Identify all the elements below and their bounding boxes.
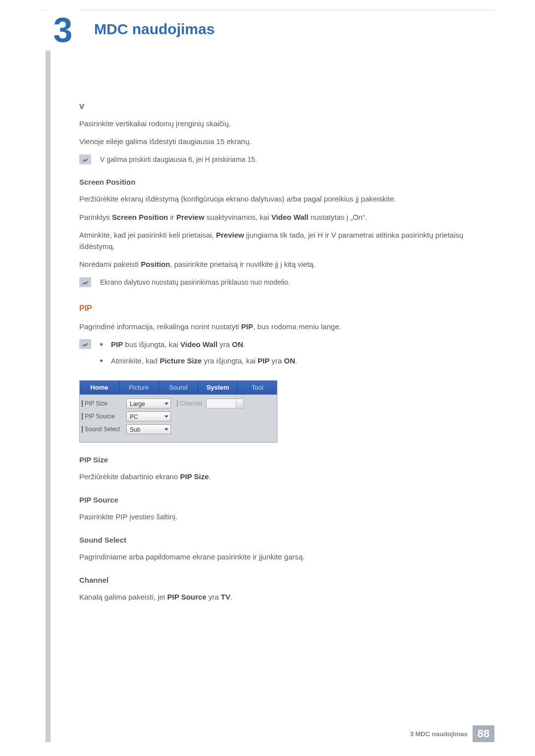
bold: Video Wall (271, 213, 309, 221)
text: Norėdami pakeisti (79, 260, 141, 268)
text: yra (207, 593, 221, 601)
page-footer: 3 MDC naudojimas 88 (410, 725, 494, 742)
text: Parinktys (79, 213, 112, 221)
text: Atminkite, kad jei pasirinkti keli priet… (79, 231, 216, 239)
text: Kanalą galima pakeisti, jei (79, 593, 167, 601)
app-tabs: Home Picture Sound System Tool (80, 381, 277, 395)
para-pip-intro: Pagrindinė informacija, reikalinga norin… (79, 321, 485, 333)
label-pip-size: PIP Size (83, 399, 126, 408)
list-item: PIP bus išjungta, kai Video Wall yra ON. (100, 339, 297, 351)
text: . (295, 356, 297, 365)
dropdown-pip-size[interactable]: Large (126, 399, 171, 408)
para-channel: Kanalą galima pakeisti, jei PIP Source y… (79, 592, 485, 603)
chapter-header: 3 MDC naudojimas (46, 10, 214, 50)
para-v-1: Pasirinkite vertikaliai rodomų įrenginių… (79, 118, 485, 130)
chapter-number: 3 (54, 13, 73, 48)
para-pip-size: Peržiūrėkite dabartinio ekrano PIP Size. (79, 471, 485, 483)
note-v-text: V galima priskirti daugiausia 6, jei H p… (100, 154, 257, 165)
note-pip: PIP bus išjungta, kai Video Wall yra ON.… (79, 339, 485, 371)
note-icon (79, 339, 91, 349)
bold: PIP Size (180, 472, 209, 481)
heading-channel: Channel (79, 575, 485, 586)
bold: PIP (111, 340, 123, 349)
text: . (209, 472, 211, 481)
bold: ON (232, 340, 243, 349)
label-channel: Channel (177, 399, 202, 408)
note-v: V galima priskirti daugiausia 6, jei H p… (79, 154, 485, 165)
text: yra išjungta, kai (202, 356, 258, 365)
footer-text: 3 MDC naudojimas (410, 730, 468, 738)
bold: PIP Source (167, 593, 207, 601)
chapter-number-box: 3 (46, 10, 80, 50)
para-sp-1: Peržiūrėkite ekranų išdėstymą (konfigūru… (79, 194, 485, 205)
text: nustatytas į „On“. (309, 213, 367, 221)
bold: PIP (258, 356, 269, 365)
dropdown-pip-source[interactable]: PC (126, 411, 171, 421)
tab-tool[interactable]: Tool (238, 381, 277, 395)
text: , bus rodoma meniu lange. (253, 322, 341, 331)
bold: Position (141, 260, 170, 268)
list-item: Atminkite, kad Picture Size yra išjungta… (100, 355, 297, 367)
text: , pasirinkite prietaisą ir nuvilkite jį … (170, 260, 315, 268)
tab-home[interactable]: Home (80, 381, 119, 395)
footer-page-number: 88 (473, 725, 494, 742)
heading-pip: PIP (79, 302, 485, 314)
app-body: PIP Size Large Channel PIP Source PC Sou… (80, 395, 277, 442)
tab-system[interactable]: System (198, 381, 238, 395)
note-icon (79, 154, 91, 164)
bold: Preview (216, 231, 244, 239)
text: Peržiūrėkite dabartinio ekrano (79, 472, 180, 481)
label-sound-select: Sound Select (83, 425, 126, 434)
note-icon (79, 277, 91, 287)
para-sound-select: Pagrindiniame arba papildomame ekrane pa… (79, 552, 485, 563)
heading-sound-select: Sound Select (79, 535, 485, 546)
bold: Preview (176, 213, 205, 221)
bold: Video Wall (180, 340, 217, 349)
bold: TV (221, 593, 230, 601)
text: Pagrindinė informacija, reikalinga norin… (79, 322, 241, 331)
text: . (230, 593, 232, 601)
text: ir (168, 213, 176, 221)
chapter-title: MDC naudojimas (94, 21, 214, 38)
tab-sound[interactable]: Sound (159, 381, 199, 395)
text: yra (217, 340, 232, 349)
page-side-stripe (46, 14, 51, 742)
note-sp-text: Ekrano dalytuvo nuostatų pasirinkimas pr… (100, 277, 290, 288)
spinner-channel[interactable] (206, 399, 244, 408)
para-v-2: Vienoje eilėje galima išdėstyti daugiaus… (79, 136, 485, 148)
para-sp-2: Parinktys Screen Position ir Preview sua… (79, 212, 485, 223)
bold: Screen Position (112, 213, 168, 221)
heading-v: V (79, 101, 485, 112)
text: . (243, 340, 245, 349)
para-pip-source: Pasirinkite PIP įvesties šaltinį. (79, 511, 485, 523)
text: bus išjungta, kai (123, 340, 180, 349)
app-screenshot: Home Picture Sound System Tool PIP Size … (79, 380, 277, 443)
bold: Picture Size (160, 356, 202, 365)
para-sp-4: Norėdami pakeisti Position, pasirinkite … (79, 259, 485, 270)
bold: ON (284, 356, 295, 365)
pip-note-list: PIP bus išjungta, kai Video Wall yra ON.… (100, 339, 297, 371)
dropdown-sound-select[interactable]: Sub (126, 424, 171, 434)
text: yra (269, 356, 284, 365)
app-row-pipsize: PIP Size Large Channel (83, 399, 274, 408)
bold: PIP (241, 322, 253, 331)
label-pip-source: PIP Source (83, 412, 126, 421)
app-row-soundselect: Sound Select Sub (83, 424, 274, 434)
page-content: V Pasirinkite vertikaliai rodomų įrengin… (79, 89, 485, 610)
heading-screen-position: Screen Position (79, 177, 485, 188)
tab-picture[interactable]: Picture (119, 381, 159, 395)
text: suaktyvinamos, kai (205, 213, 271, 221)
app-row-pipsource: PIP Source PC (83, 411, 274, 421)
heading-pip-size: PIP Size (79, 454, 485, 466)
note-sp: Ekrano dalytuvo nuostatų pasirinkimas pr… (79, 277, 485, 288)
text: Atminkite, kad (111, 356, 160, 365)
para-sp-3: Atminkite, kad jei pasirinkti keli priet… (79, 230, 485, 252)
heading-pip-source: PIP Source (79, 495, 485, 506)
